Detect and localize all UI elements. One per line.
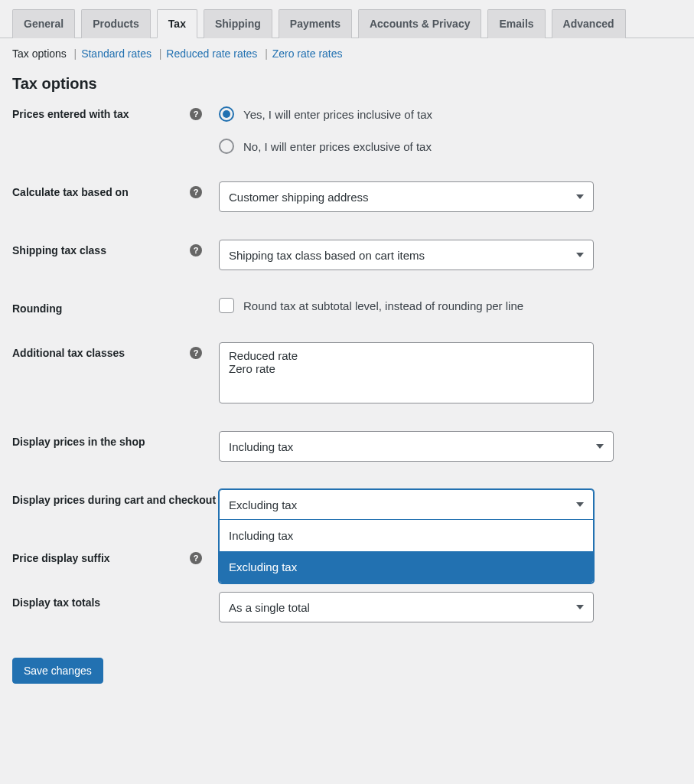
tab-accounts-privacy[interactable]: Accounts & Privacy — [358, 9, 482, 38]
label-price-suffix: Price display suffix — [12, 552, 190, 564]
help-icon[interactable]: ? — [190, 552, 202, 564]
select-value: Customer shipping address — [229, 191, 369, 204]
subnav-tax-options[interactable]: Tax options — [12, 47, 67, 60]
checkbox-label-rounding: Round tax at subtotal level, instead of … — [243, 299, 523, 312]
radio-label-inclusive: Yes, I will enter prices inclusive of ta… — [243, 108, 432, 121]
dropdown-option-including[interactable]: Including tax — [220, 520, 593, 551]
subnav-reduced-rate-rates[interactable]: Reduced rate rates — [166, 47, 257, 60]
chevron-down-icon — [576, 194, 584, 199]
subnav-zero-rate-rates[interactable]: Zero rate rates — [272, 47, 343, 60]
tab-payments[interactable]: Payments — [279, 9, 352, 38]
label-prices-entered: Prices entered with tax — [12, 108, 190, 120]
select-shipping-tax-class[interactable]: Shipping tax class based on cart items — [219, 240, 594, 270]
select-value: Including tax — [229, 440, 293, 453]
select-display-cart[interactable]: Excluding tax — [219, 489, 594, 520]
help-icon[interactable]: ? — [190, 108, 202, 120]
select-display-tax-totals[interactable]: As a single total — [219, 592, 594, 622]
label-calculate-tax: Calculate tax based on — [12, 186, 190, 198]
label-display-shop: Display prices in the shop — [12, 436, 219, 448]
radio-prices-exclusive[interactable] — [219, 139, 234, 154]
chevron-down-icon — [576, 502, 584, 507]
select-value: Shipping tax class based on cart items — [229, 249, 425, 262]
tab-tax[interactable]: Tax — [157, 9, 197, 38]
tab-products[interactable]: Products — [81, 9, 151, 38]
radio-label-exclusive: No, I will enter prices exclusive of tax — [243, 140, 432, 153]
save-changes-button[interactable]: Save changes — [12, 658, 103, 684]
tab-emails[interactable]: Emails — [487, 9, 545, 38]
dropdown-display-cart: Including tax Excluding tax — [219, 520, 594, 583]
section-title: Tax options — [0, 69, 694, 106]
chevron-down-icon — [576, 253, 584, 257]
subnav-standard-rates[interactable]: Standard rates — [81, 47, 152, 60]
dropdown-option-excluding[interactable]: Excluding tax — [220, 551, 593, 583]
help-icon[interactable]: ? — [190, 244, 202, 256]
label-additional-tax-classes: Additional tax classes — [12, 347, 190, 359]
help-icon[interactable]: ? — [190, 347, 202, 359]
chevron-down-icon — [576, 605, 584, 609]
select-calculate-tax[interactable]: Customer shipping address — [219, 181, 594, 212]
tab-shipping[interactable]: Shipping — [204, 9, 272, 38]
label-display-tax-totals: Display tax totals — [12, 596, 219, 609]
help-icon[interactable]: ? — [190, 186, 202, 198]
textarea-additional-tax-classes[interactable]: Reduced rate Zero rate — [219, 342, 594, 403]
settings-tabs: General Products Tax Shipping Payments A… — [0, 0, 694, 38]
label-rounding: Rounding — [12, 302, 219, 315]
tax-subnav: Tax options | Standard rates | Reduced r… — [0, 38, 694, 69]
chevron-down-icon — [596, 444, 604, 449]
tab-advanced[interactable]: Advanced — [552, 9, 626, 38]
select-display-shop[interactable]: Including tax — [219, 431, 614, 462]
label-display-cart: Display prices during cart and checkout — [12, 494, 219, 506]
select-value: Excluding tax — [229, 498, 297, 511]
select-value: As a single total — [229, 601, 310, 614]
radio-prices-inclusive[interactable] — [219, 106, 234, 122]
label-shipping-tax-class: Shipping tax class — [12, 244, 190, 256]
tab-general[interactable]: General — [12, 9, 75, 38]
checkbox-rounding[interactable] — [219, 298, 234, 313]
